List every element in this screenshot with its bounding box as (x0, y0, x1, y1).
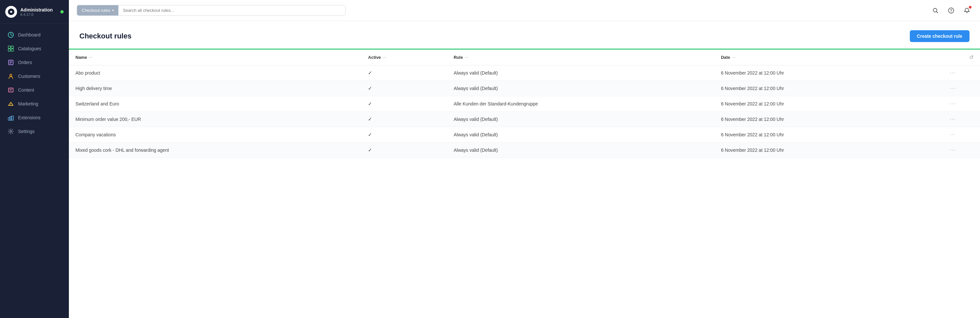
cell-active: ✓ (361, 112, 447, 127)
notifications-icon-button[interactable] (962, 5, 972, 16)
sidebar-item-label: Orders (18, 60, 32, 65)
col-header-active: Active ··· (361, 49, 447, 66)
cell-row-actions[interactable]: ··· (943, 96, 963, 112)
cell-row-actions[interactable]: ··· (943, 127, 963, 142)
cell-name: Switzerland and Euro (69, 96, 361, 112)
sidebar-item-content[interactable]: Content (0, 83, 69, 97)
cell-empty (924, 96, 943, 112)
sidebar-item-label: Settings (18, 129, 35, 134)
reset-columns-button[interactable]: ↺ (969, 54, 974, 61)
svg-rect-4 (8, 49, 11, 51)
cell-row-actions[interactable]: ··· (943, 66, 963, 81)
cell-row-actions[interactable]: ··· (943, 81, 963, 96)
extensions-icon (8, 114, 14, 121)
sidebar-item-orders[interactable]: Orders (0, 56, 69, 69)
cell-rule: Always valid (Default) (447, 112, 714, 127)
cell-empty (924, 81, 943, 96)
sidebar-item-label: Catalogues (18, 46, 41, 51)
table-row: Company vacations ✓ Always valid (Defaul… (69, 127, 980, 142)
svg-point-20 (10, 131, 12, 133)
sidebar-item-label: Content (18, 87, 34, 93)
cell-name: Mixed goods cork - DHL and forwarding ag… (69, 142, 361, 158)
cell-rule: Always valid (Default) (447, 66, 714, 81)
dashboard-icon (8, 32, 14, 38)
col-sort-rule[interactable]: ··· (465, 55, 468, 60)
help-icon-button[interactable]: ? (946, 5, 956, 16)
status-dot (60, 10, 64, 13)
cell-name: Company vacations (69, 127, 361, 142)
svg-rect-11 (8, 88, 13, 92)
svg-point-16 (11, 105, 11, 105)
search-icon-button[interactable] (930, 5, 941, 16)
cell-empty2 (963, 142, 980, 158)
sidebar-item-marketing[interactable]: Marketing (0, 97, 69, 111)
orders-icon (8, 59, 14, 66)
sidebar-item-label: Dashboard (18, 32, 41, 37)
cell-row-actions[interactable]: ··· (943, 142, 963, 158)
cell-name: Abo product (69, 66, 361, 81)
svg-point-10 (10, 74, 12, 76)
cell-active: ✓ (361, 127, 447, 142)
col-sort-active[interactable]: ··· (383, 55, 386, 60)
svg-text:?: ? (950, 8, 953, 13)
cell-date: 6 November 2022 at 12:00 Uhr (714, 112, 924, 127)
sidebar-item-catalogues[interactable]: Catalogues (0, 42, 69, 56)
cell-date: 6 November 2022 at 12:00 Uhr (714, 66, 924, 81)
table-row: Mixed goods cork - DHL and forwarding ag… (69, 142, 980, 158)
cell-empty (924, 112, 943, 127)
main-area: Checkout rules ▾ ? (69, 0, 980, 318)
sidebar-item-label: Marketing (18, 101, 38, 106)
search-bar: Checkout rules ▾ (77, 5, 346, 16)
cell-rule: Alle Kunden der Standard-Kundengruppe (447, 96, 714, 112)
cell-empty (924, 127, 943, 142)
active-checkmark: ✓ (368, 101, 372, 106)
content-icon (8, 87, 14, 93)
active-checkmark: ✓ (368, 132, 372, 137)
cell-active: ✓ (361, 66, 447, 81)
cell-empty (924, 142, 943, 158)
topbar: Checkout rules ▾ ? (69, 0, 980, 21)
settings-icon (8, 128, 14, 135)
sidebar-item-dashboard[interactable]: Dashboard (0, 28, 69, 42)
svg-rect-5 (11, 49, 13, 51)
search-category-label: Checkout rules (82, 8, 110, 13)
table-header-row: Name ··· Active ··· Rule (69, 49, 980, 66)
search-input[interactable] (118, 5, 345, 16)
col-header-reset: ↺ (963, 49, 980, 66)
cell-empty (924, 66, 943, 81)
content-area: Checkout rules Create checkout rule Name… (69, 21, 980, 318)
svg-line-22 (937, 11, 938, 13)
chevron-down-icon: ▾ (112, 8, 114, 12)
app-logo (5, 6, 17, 18)
svg-rect-2 (8, 46, 11, 48)
cell-row-actions[interactable]: ··· (943, 112, 963, 127)
cell-rule: Always valid (Default) (447, 127, 714, 142)
cell-date: 6 November 2022 at 12:00 Uhr (714, 127, 924, 142)
search-category-button[interactable]: Checkout rules ▾ (77, 5, 118, 16)
catalogues-icon (8, 45, 14, 52)
checkout-rules-table: Name ··· Active ··· Rule (69, 49, 980, 158)
create-checkout-rule-button[interactable]: Create checkout rule (910, 30, 970, 42)
sidebar-nav: Dashboard Catalogues (0, 24, 69, 318)
col-header-rule: Rule ··· (447, 49, 714, 66)
cell-empty2 (963, 96, 980, 112)
cell-rule: Always valid (Default) (447, 142, 714, 158)
col-header-actions-empty2 (943, 49, 963, 66)
sidebar-item-customers[interactable]: Customers (0, 69, 69, 83)
col-header-name: Name ··· (69, 49, 361, 66)
app-version: 6.4.17.0 (20, 13, 53, 16)
active-checkmark: ✓ (368, 147, 372, 153)
col-header-actions-empty (924, 49, 943, 66)
table-row: High delivery time ✓ Always valid (Defau… (69, 81, 980, 96)
cell-rule: Always valid (Default) (447, 81, 714, 96)
col-sort-date[interactable]: ··· (732, 55, 735, 60)
sidebar-item-extensions[interactable]: Extensions (0, 111, 69, 125)
cell-date: 6 November 2022 at 12:00 Uhr (714, 142, 924, 158)
cell-empty2 (963, 127, 980, 142)
sidebar-item-settings[interactable]: Settings (0, 125, 69, 138)
sidebar-item-label: Customers (18, 74, 40, 79)
col-sort-name[interactable]: ··· (89, 55, 92, 60)
cell-active: ✓ (361, 96, 447, 112)
page-title: Checkout rules (80, 32, 132, 40)
table-row: Minimum order value 200,- EUR ✓ Always v… (69, 112, 980, 127)
